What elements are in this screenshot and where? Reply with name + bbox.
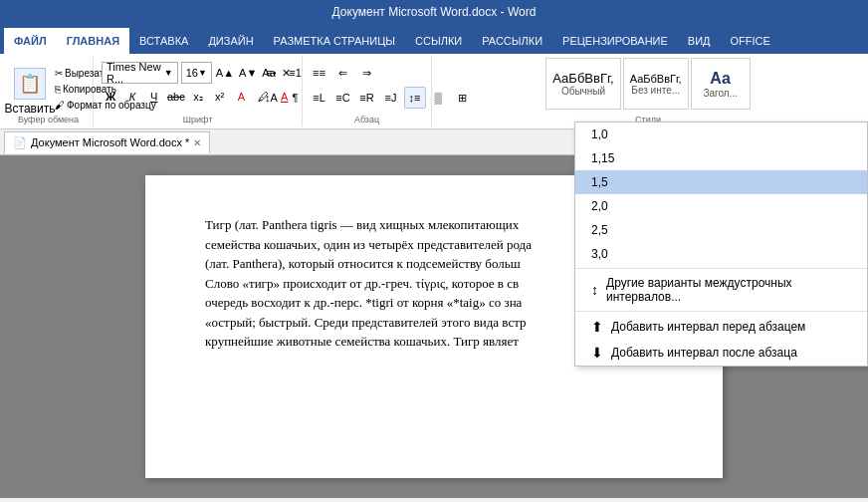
scissors-icon: ✂ [55,68,63,79]
align-left-button[interactable]: ≡L [309,87,330,109]
paragraph-group: ≡• ≡1 ≡≡ ⇐ ⇒ ↕A ¶ ≡L ≡C ≡R ≡J ↕≡ ▒ ⊞ Абз… [303,56,432,126]
tab-references[interactable]: ССЫЛКИ [405,28,472,54]
add-space-after-button[interactable]: ⬇ Добавить интервал после абзаца [575,340,867,366]
tab-insert[interactable]: ВСТАВКА [129,28,198,54]
close-doc-tab-button[interactable]: ✕ [193,137,201,148]
paragraph-group-label: Абзац [303,115,431,125]
tab-home[interactable]: ГЛАВНАЯ [57,28,129,54]
doc-icon: 📄 [13,136,27,149]
spacing-3-0-label: 3,0 [591,247,608,261]
add-space-after-icon: ⬇ [591,345,603,361]
spacing-1-0-label: 1,0 [591,127,608,141]
font-name-selector[interactable]: Times New R... ▼ [102,62,178,84]
add-space-after-label: Добавить интервал после абзаца [611,346,797,360]
multilevel-button[interactable]: ≡≡ [309,62,330,84]
font-size-value: 16 [186,67,198,79]
font-name-arrow: ▼ [164,68,173,78]
style-no-spacing[interactable]: АаБбВвГг, Без инте... [623,58,689,110]
title-text: Документ Microsoft Word.docx - Word [332,5,537,19]
line-spacing-dropdown: 1,0 1,15 1,5 2,0 2,5 3,0 ↕ Другие вариан… [574,122,868,367]
tab-mailings[interactable]: РАССЫЛКИ [472,28,552,54]
paste-button[interactable]: 📋 Вставить [8,62,52,122]
ribbon-toolbar: 📋 Вставить ✂ Вырезать ⎘ Копировать 🖌 Фор… [0,54,868,129]
other-intervals-icon: ↕ [591,282,598,298]
spacing-1-5[interactable]: 1,5 [575,170,867,194]
underline-button[interactable]: Ч [144,86,163,108]
subscript-button[interactable]: x₂ [189,86,208,108]
spacing-1-0[interactable]: 1,0 [575,123,867,146]
tab-office[interactable]: OFFICE [721,28,780,54]
increase-font-button[interactable]: A▲ [215,62,235,84]
line-spacing-button[interactable]: ↕≡ [404,87,426,109]
spacing-2-5-label: 2,5 [591,223,608,237]
styles-group: АаБбВвГг, Обычный АаБбВвГг, Без инте... … [432,56,864,126]
tab-layout[interactable]: РАЗМЕТКА СТРАНИЦЫ [264,28,405,54]
dropdown-divider-2 [575,311,867,312]
doc-tab-label: Документ Microsoft Word.docx * [31,136,189,148]
style-heading[interactable]: Аа Загол... [691,58,751,110]
spacing-2-0-label: 2,0 [591,199,608,213]
title-bar: Документ Microsoft Word.docx - Word [0,0,868,24]
decrease-indent-button[interactable]: ⇐ [332,62,354,84]
add-space-before-icon: ⬆ [591,319,603,335]
format-painter-icon: 🖌 [55,100,65,111]
add-space-before-label: Добавить интервал перед абзацем [611,320,805,334]
bullets-button[interactable]: ≡• [261,62,283,84]
justify-button[interactable]: ≡J [380,87,402,109]
numbering-button[interactable]: ≡1 [285,62,307,84]
paste-label: Вставить [5,102,56,116]
document-tab[interactable]: 📄 Документ Microsoft Word.docx * ✕ [4,131,210,153]
clipboard-group-label: Буфер обмена [4,115,93,125]
other-intervals-label: Другие варианты междустрочных интервалов… [606,276,851,304]
decrease-font-button[interactable]: A▼ [238,62,258,84]
ribbon-tabs: ФАЙЛ ГЛАВНАЯ ВСТАВКА ДИЗАЙН РАЗМЕТКА СТР… [0,24,868,54]
paste-icon: 📋 [14,68,46,100]
text-color-button[interactable]: A [232,86,251,108]
tab-view[interactable]: ВИД [678,28,721,54]
spacing-2-0[interactable]: 2,0 [575,194,867,218]
font-name-value: Times New R... [107,61,164,85]
sort-button[interactable]: ↕A [261,87,283,109]
copy-icon: ⎘ [55,84,61,95]
spacing-1-15-label: 1,15 [591,151,614,165]
bold-button[interactable]: Ж [102,86,120,108]
font-size-selector[interactable]: 16 ▼ [181,62,212,84]
show-formatting-button[interactable]: ¶ [285,87,307,109]
italic-button[interactable]: К [123,86,142,108]
dropdown-divider-1 [575,268,867,269]
font-group-label: Шрифт [94,115,302,125]
align-center-button[interactable]: ≡C [332,87,354,109]
font-size-arrow: ▼ [198,68,207,78]
align-right-button[interactable]: ≡R [356,87,378,109]
spacing-1-5-label: 1,5 [591,175,608,189]
styles-gallery: АаБбВвГг, Обычный АаБбВвГг, Без инте... … [545,58,750,110]
strikethrough-button[interactable]: abc [166,86,186,108]
superscript-button[interactable]: x² [210,86,229,108]
tab-file[interactable]: ФАЙЛ [4,28,57,54]
increase-indent-button[interactable]: ⇒ [356,62,378,84]
add-space-before-button[interactable]: ⬆ Добавить интервал перед абзацем [575,314,867,340]
tab-design[interactable]: ДИЗАЙН [198,28,263,54]
spacing-1-15[interactable]: 1,15 [575,146,867,170]
other-intervals-button[interactable]: ↕ Другие варианты междустрочных интервал… [575,271,867,309]
spacing-3-0[interactable]: 3,0 [575,242,867,266]
tab-review[interactable]: РЕЦЕНЗИРОВАНИЕ [552,28,678,54]
spacing-2-5[interactable]: 2,5 [575,218,867,242]
style-normal[interactable]: АаБбВвГг, Обычный [545,58,620,110]
clipboard-group: 📋 Вставить ✂ Вырезать ⎘ Копировать 🖌 Фор… [4,56,94,126]
